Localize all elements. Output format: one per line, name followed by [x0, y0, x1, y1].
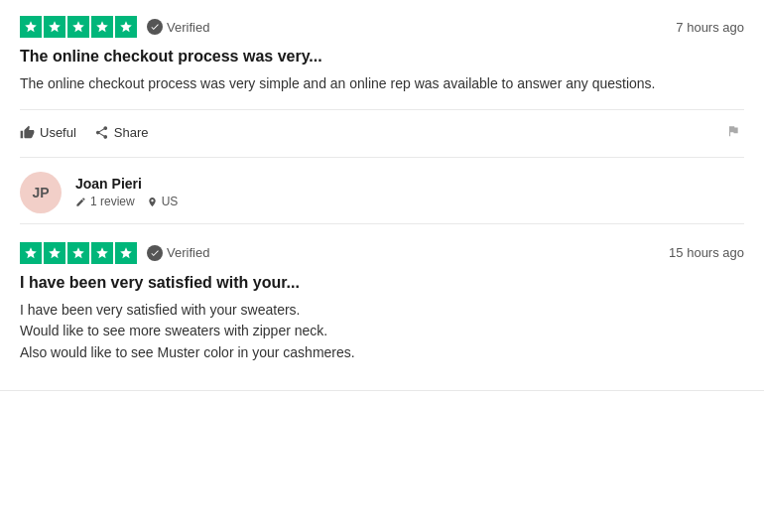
reviewer-location-label-2: US	[162, 195, 179, 208]
verified-badge-2: Verified	[147, 245, 209, 261]
star-rating-1	[20, 16, 137, 38]
star-r2-2	[44, 242, 65, 264]
review-actions-1: Useful Share	[20, 109, 744, 145]
verified-label-1: Verified	[167, 20, 209, 35]
star-r2-4	[91, 242, 113, 264]
review-time-1: 7 hours ago	[676, 20, 744, 35]
star-r2-3	[67, 242, 89, 264]
avatar-initials-2: JP	[32, 185, 49, 200]
star-5	[115, 16, 137, 38]
review-header-2: Verified 15 hours ago	[20, 242, 744, 264]
review-body-1: The online checkout process was very sim…	[20, 73, 744, 95]
review-header-1: Verified 7 hours ago	[20, 16, 744, 38]
flag-icon	[726, 124, 740, 138]
review-body-line-3: Also would like to see Muster color in y…	[20, 344, 355, 360]
thumbs-up-icon	[20, 125, 35, 140]
reviewer-section-2: JP Joan Pieri 1 review US	[0, 158, 764, 223]
review-body-line-1: I have been very satisfied with your swe…	[20, 302, 300, 318]
review-title-1: The online checkout process was very...	[20, 48, 744, 66]
star-r2-5	[115, 242, 137, 264]
star-3	[67, 16, 89, 38]
useful-label-1: Useful	[40, 125, 76, 140]
review-time-2: 15 hours ago	[669, 245, 744, 260]
review-title-2: I have been very satisfied with your...	[20, 274, 744, 292]
review-header-left-1: Verified	[20, 16, 209, 38]
star-4	[91, 16, 113, 38]
avatar-2: JP	[20, 172, 62, 213]
reviewer-meta-2: 1 review US	[75, 195, 178, 208]
reviewer-review-count-2: 1 review	[90, 195, 135, 208]
review-body-2: I have been very satisfied with your swe…	[20, 300, 744, 364]
verified-badge-1: Verified	[147, 19, 209, 35]
flag-button-1[interactable]	[722, 120, 744, 145]
location-icon	[147, 197, 158, 207]
share-button-1[interactable]: Share	[94, 121, 149, 144]
verified-check-icon-1	[147, 19, 163, 35]
verified-label-2: Verified	[167, 245, 209, 260]
share-icon	[94, 125, 109, 140]
review-block-2: Verified 15 hours ago I have been very s…	[0, 224, 764, 391]
review-body-line-2: Would like to see more sweaters with zip…	[20, 323, 327, 338]
reviewer-name-2: Joan Pieri	[75, 176, 178, 192]
reviewer-location-2: US	[147, 195, 179, 208]
useful-button-1[interactable]: Useful	[20, 121, 76, 144]
review-header-left-2: Verified	[20, 242, 209, 264]
verified-check-icon-2	[147, 245, 163, 261]
star-2	[44, 16, 65, 38]
star-r2-1	[20, 242, 42, 264]
review-block-1: Verified 7 hours ago The online checkout…	[0, 0, 764, 157]
star-rating-2	[20, 242, 137, 264]
review-actions-left-1: Useful Share	[20, 121, 149, 144]
pencil-icon	[75, 197, 86, 207]
share-label-1: Share	[114, 125, 149, 140]
star-1	[20, 16, 42, 38]
reviewer-reviews-2: 1 review	[75, 195, 135, 208]
reviewer-info-2: Joan Pieri 1 review US	[75, 176, 178, 208]
